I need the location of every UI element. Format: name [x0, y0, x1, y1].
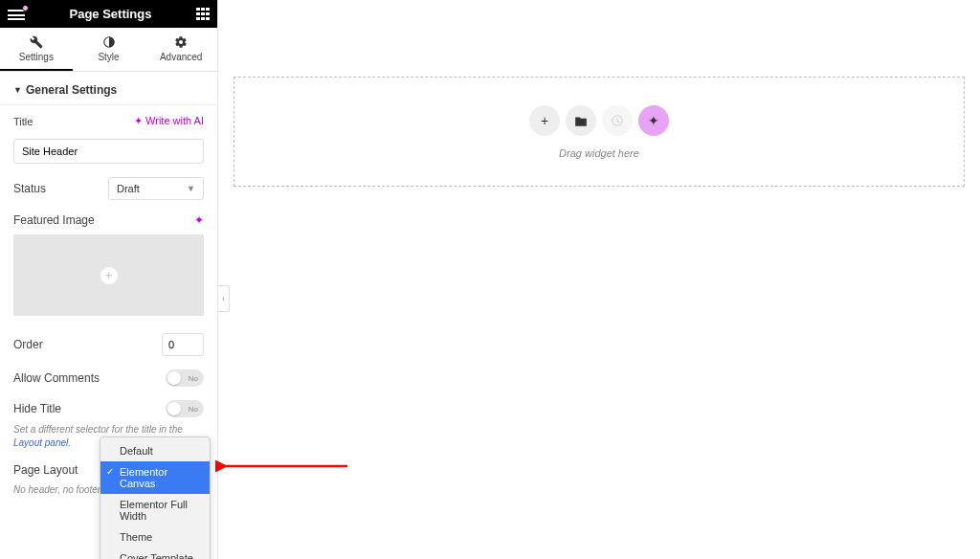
page-title: Page Settings: [70, 7, 152, 21]
folder-icon: [574, 115, 588, 126]
sidebar-collapse-handle[interactable]: ‹: [218, 285, 230, 312]
tab-label: Settings: [19, 52, 54, 62]
widget-drop-zone[interactable]: + ✦ Drag widget here: [234, 77, 965, 187]
caret-down-icon: ▼: [13, 85, 22, 95]
sidebar-topbar: Page Settings: [0, 0, 217, 28]
status-select[interactable]: Draft ▼: [108, 177, 204, 200]
allow-comments-label: Allow Comments: [13, 371, 100, 385]
history-icon: [611, 114, 624, 127]
layout-panel-link[interactable]: Layout panel: [13, 437, 68, 448]
panel-tabs: Settings Style Advanced: [0, 28, 217, 72]
tab-label: Advanced: [160, 52, 202, 62]
page-layout-label: Page Layout: [13, 463, 78, 477]
editor-canvas: + ✦ Drag widget here: [218, 0, 980, 559]
dropdown-option-cover-template[interactable]: Cover Template: [100, 548, 210, 559]
history-button[interactable]: [602, 105, 633, 136]
drop-hint: Drag widget here: [559, 147, 639, 159]
dropdown-option-default[interactable]: Default: [100, 440, 210, 461]
plus-icon: +: [100, 267, 118, 284]
annotation-arrow-icon: [215, 458, 349, 475]
templates-button[interactable]: [566, 105, 596, 136]
tab-label: Style: [98, 52, 119, 62]
hide-title-toggle[interactable]: No: [166, 400, 204, 417]
write-with-ai-link[interactable]: ✦ Write with AI: [134, 115, 204, 127]
check-icon: ✓: [106, 466, 114, 477]
canvas-action-row: + ✦: [529, 105, 669, 136]
section-general-header[interactable]: ▼ General Settings: [0, 72, 217, 105]
allow-comments-toggle[interactable]: No: [166, 369, 204, 387]
featured-image-upload[interactable]: +: [13, 235, 204, 316]
title-label: Title: [13, 116, 33, 127]
page-layout-dropdown: Default ✓ Elementor Canvas Elementor Ful…: [100, 436, 211, 559]
hide-title-label: Hide Title: [13, 402, 61, 415]
add-section-button[interactable]: +: [529, 105, 560, 136]
chevron-down-icon: ▼: [187, 184, 195, 193]
featured-image-label: Featured Image: [13, 213, 95, 227]
notification-dot-icon: [22, 5, 29, 11]
menu-icon[interactable]: [8, 8, 25, 21]
section-title: General Settings: [26, 83, 117, 97]
title-input[interactable]: [13, 139, 204, 164]
apps-grid-icon[interactable]: [196, 8, 210, 21]
dropdown-option-elementor-full-width[interactable]: Elementor Full Width: [100, 494, 210, 526]
ai-button[interactable]: ✦: [638, 105, 669, 136]
order-label: Order: [13, 338, 43, 351]
tab-settings[interactable]: Settings: [0, 28, 73, 71]
status-label: Status: [13, 182, 46, 195]
sparkle-icon: ✦: [648, 113, 659, 128]
tab-advanced[interactable]: Advanced: [145, 28, 217, 71]
plus-icon: +: [541, 113, 548, 128]
ai-sparkle-icon[interactable]: ✦: [194, 213, 204, 227]
dropdown-option-elementor-canvas[interactable]: ✓ Elementor Canvas: [100, 461, 210, 494]
tab-style[interactable]: Style: [73, 28, 145, 71]
dropdown-option-theme[interactable]: Theme: [100, 526, 210, 548]
order-input[interactable]: [162, 333, 204, 356]
